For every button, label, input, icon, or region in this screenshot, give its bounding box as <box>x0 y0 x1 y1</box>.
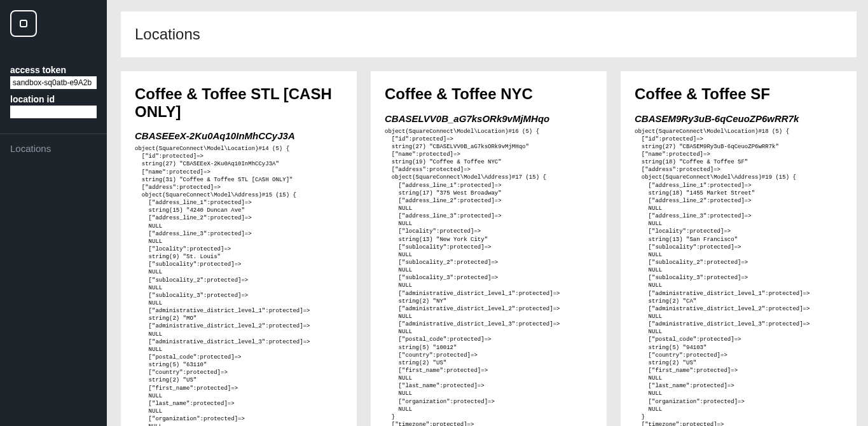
page-header: Locations <box>121 11 857 57</box>
sidebar: access token location id Locations <box>0 0 107 426</box>
sidebar-divider <box>0 134 107 134</box>
location-id-value: CBASELVV0B_aG7ksORk9vMjMHqo <box>385 113 595 124</box>
location-card: Coffee & Toffee STL [CASH ONLY] CBASEEeX… <box>121 71 357 426</box>
page-title: Locations <box>135 25 843 43</box>
location-dump: object(SquareConnect\Model\Location)#14 … <box>135 145 345 426</box>
locations-cards: Coffee & Toffee STL [CASH ONLY] CBASEEeX… <box>121 71 857 426</box>
location-card: Coffee & Toffee NYC CBASELVV0B_aG7ksORk9… <box>371 71 607 426</box>
location-name: Coffee & Toffee SF <box>635 85 845 103</box>
access-token-input[interactable] <box>10 76 97 89</box>
location-dump: object(SquareConnect\Model\Location)#18 … <box>635 128 845 426</box>
location-id-label: location id <box>10 94 97 104</box>
sidebar-item-locations[interactable]: Locations <box>10 143 97 154</box>
location-name: Coffee & Toffee NYC <box>385 85 595 103</box>
location-dump: object(SquareConnect\Model\Location)#16 … <box>385 128 595 426</box>
location-id-input[interactable] <box>10 106 97 118</box>
square-logo-icon <box>10 10 37 37</box>
location-card: Coffee & Toffee SF CBASEM9Ry3uB-6qCeuoZP… <box>621 71 857 426</box>
main-content: Locations Coffee & Toffee STL [CASH ONLY… <box>107 0 868 426</box>
location-id-value: CBASEEeX-2Ku0Aq10InMhCCyJ3A <box>135 130 345 141</box>
location-id-value: CBASEM9Ry3uB-6qCeuoZP6wRR7k <box>635 113 845 124</box>
location-name: Coffee & Toffee STL [CASH ONLY] <box>135 85 345 120</box>
access-token-label: access token <box>10 65 97 75</box>
